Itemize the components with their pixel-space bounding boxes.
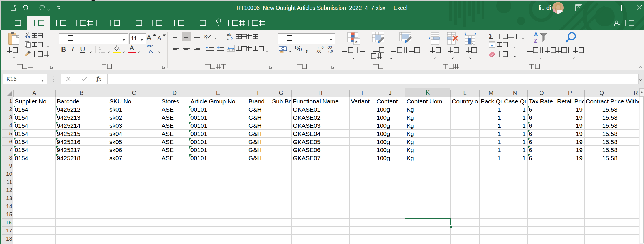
svg-text:wén: wén — [147, 44, 153, 48]
svg-text:c: c — [227, 36, 229, 40]
svg-text:.00: .00 — [327, 45, 332, 49]
svg-text:A: A — [534, 32, 538, 38]
svg-text:Z: Z — [534, 38, 537, 43]
svg-text:←.0: ←.0 — [317, 45, 324, 49]
svg-text:→.0: →.0 — [326, 49, 333, 53]
svg-text:≠: ≠ — [355, 39, 358, 44]
svg-text:ab: ab — [227, 32, 231, 36]
svg-text:.00: .00 — [316, 49, 321, 53]
